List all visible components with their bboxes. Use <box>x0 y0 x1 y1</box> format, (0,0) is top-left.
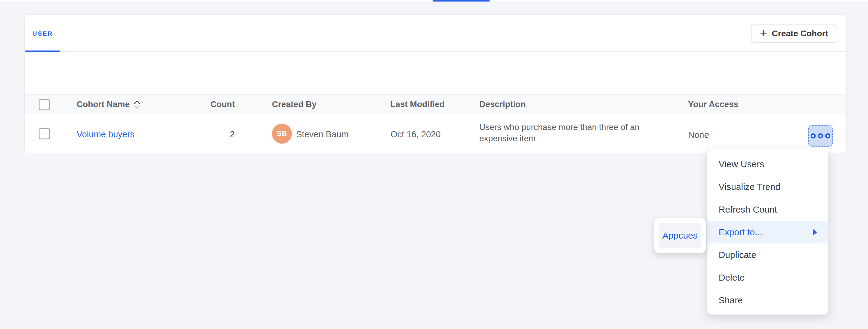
your-access-value: None <box>688 130 709 140</box>
menu-item-view-users[interactable]: View Users <box>707 153 828 175</box>
column-header-your-access: Your Access <box>688 100 739 109</box>
row-actions-menu: View Users Visualize Trend Refresh Count… <box>707 149 829 315</box>
select-all-checkbox[interactable] <box>39 99 50 110</box>
export-submenu: Appcues <box>654 218 706 253</box>
menu-item-duplicate[interactable]: Duplicate <box>707 243 828 266</box>
description-value: Users who purchase more than three of an… <box>479 121 654 144</box>
column-header-count: Count <box>194 100 235 109</box>
menu-item-delete[interactable]: Delete <box>707 266 828 289</box>
count-value: 2 <box>194 130 235 139</box>
cohorts-panel: USER + Create Cohort 1 Results Filter by… <box>25 15 846 153</box>
top-divider <box>0 1 868 2</box>
submenu-item-appcues[interactable]: Appcues <box>658 223 702 248</box>
row-checkbox[interactable] <box>39 128 50 139</box>
sort-icon <box>133 100 141 110</box>
column-header-description: Description <box>479 100 526 109</box>
dots-icon <box>818 133 823 138</box>
dots-icon <box>825 133 830 138</box>
menu-item-visualize-trend[interactable]: Visualize Trend <box>707 175 828 198</box>
last-modified-value: Oct 16, 2020 <box>391 130 441 139</box>
plus-icon: + <box>760 27 767 39</box>
menu-item-export-label: Export to... <box>719 227 763 237</box>
create-cohort-button[interactable]: + Create Cohort <box>751 25 837 43</box>
cohort-name-header-label: Cohort Name <box>77 100 130 109</box>
submenu-arrow-icon <box>813 229 817 236</box>
avatar-initials: SB <box>277 130 287 138</box>
avatar: SB <box>272 124 292 144</box>
filter-row: 1 Results Filter by Created By Anyone Al… <box>25 52 846 94</box>
dots-icon <box>811 133 816 138</box>
table-row: Volume buyers 2 SB Steven Baum Oct 16, 2… <box>25 114 846 153</box>
column-header-last-modified: Last Modified <box>390 100 444 109</box>
created-by-name: Steven Baum <box>296 130 349 139</box>
column-header-cohort-name[interactable]: Cohort Name <box>77 99 141 110</box>
tab-bar: USER + Create Cohort <box>25 15 846 52</box>
create-cohort-label: Create Cohort <box>772 29 828 38</box>
column-header-created-by: Created By <box>272 100 317 109</box>
menu-item-share[interactable]: Share <box>707 289 828 311</box>
table-header: Cohort Name Count Created By Last Modifi… <box>25 94 846 114</box>
tab-user-label: USER <box>32 30 53 37</box>
row-actions-button[interactable] <box>808 125 833 147</box>
menu-item-export-to[interactable]: Export to... <box>707 221 828 243</box>
cohort-name-link[interactable]: Volume buyers <box>77 130 134 139</box>
menu-item-refresh-count[interactable]: Refresh Count <box>707 198 828 221</box>
